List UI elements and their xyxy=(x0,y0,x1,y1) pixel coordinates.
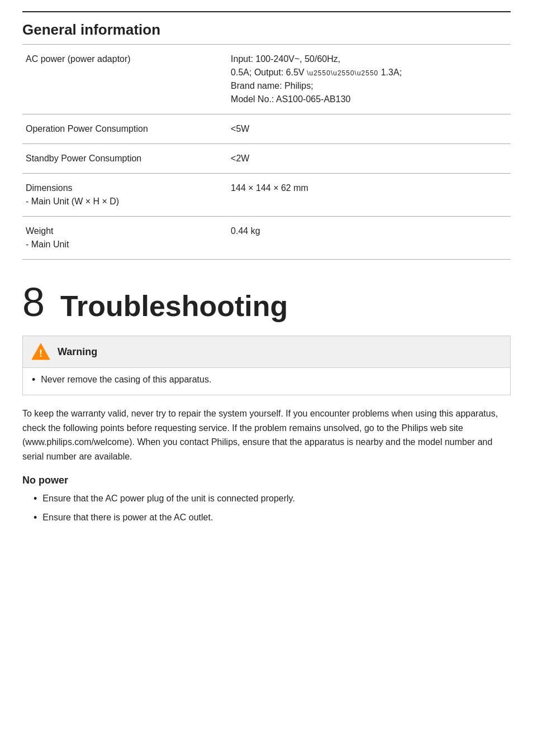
table-cell-label: Dimensions- Main Unit (W × H × D) xyxy=(22,174,227,217)
general-info-title: General information xyxy=(22,18,511,39)
top-border xyxy=(22,11,511,12)
warning-icon: ! xyxy=(31,342,51,362)
list-item-text: Ensure that there is power at the AC out… xyxy=(42,511,213,524)
table-cell-value: 0.44 kg xyxy=(227,217,511,260)
body-text: To keep the warranty valid, never try to… xyxy=(22,406,511,463)
table-cell-value: <2W xyxy=(227,144,511,174)
list-item: • Ensure that there is power at the AC o… xyxy=(34,511,511,525)
general-info-table: AC power (power adaptor) Input: 100-240V… xyxy=(22,44,511,260)
svg-text:!: ! xyxy=(39,348,42,359)
chapter-number: 8 xyxy=(22,282,45,322)
bullet-dot: • xyxy=(34,491,37,506)
table-cell-label: Operation Power Consumption xyxy=(22,114,227,144)
table-row: Weight- Main Unit 0.44 kg xyxy=(22,217,511,260)
chapter-title: Troubleshooting xyxy=(60,291,288,320)
table-row: AC power (power adaptor) Input: 100-240V… xyxy=(22,45,511,114)
table-cell-label: AC power (power adaptor) xyxy=(22,45,227,114)
list-item: • Ensure that the AC power plug of the u… xyxy=(34,492,511,506)
warning-content: • Never remove the casing of this appara… xyxy=(23,368,510,395)
table-row: Operation Power Consumption <5W xyxy=(22,114,511,144)
warning-item-text: Never remove the casing of this apparatu… xyxy=(41,375,211,385)
warning-label: Warning xyxy=(58,346,97,358)
table-cell-label: Standby Power Consumption xyxy=(22,144,227,174)
warning-item: • Never remove the casing of this appara… xyxy=(32,375,501,386)
chapter-heading: 8 Troubleshooting xyxy=(22,282,511,322)
bullet-dot: • xyxy=(32,374,35,386)
table-cell-value: <5W xyxy=(227,114,511,144)
table-cell-label: Weight- Main Unit xyxy=(22,217,227,260)
table-cell-value: 144 × 144 × 62 mm xyxy=(227,174,511,217)
warning-header: ! Warning xyxy=(23,336,510,368)
no-power-list: • Ensure that the AC power plug of the u… xyxy=(34,492,511,525)
list-item-text: Ensure that the AC power plug of the uni… xyxy=(42,492,295,505)
table-row: Standby Power Consumption <2W xyxy=(22,144,511,174)
warning-box: ! Warning • Never remove the casing of t… xyxy=(22,336,511,395)
no-power-heading: No power xyxy=(22,475,511,486)
bullet-dot: • xyxy=(34,510,37,525)
table-row: Dimensions- Main Unit (W × H × D) 144 × … xyxy=(22,174,511,217)
table-cell-value: Input: 100-240V~, 50/60Hz, 0.5A; Output:… xyxy=(227,45,511,114)
